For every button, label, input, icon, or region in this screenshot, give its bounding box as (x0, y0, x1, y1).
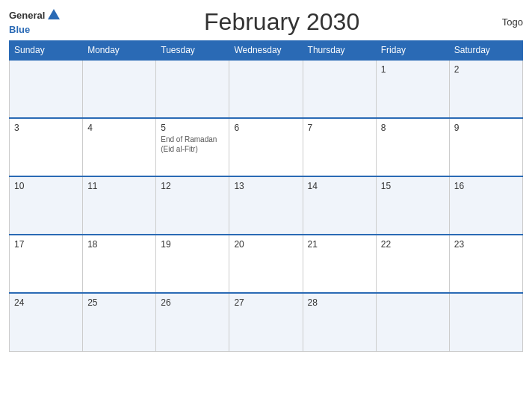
calendar-cell: 18 (83, 235, 156, 293)
calendar-header: Sunday Monday Tuesday Wednesday Thursday… (10, 41, 523, 61)
logo-blue-text: Blue (9, 24, 30, 35)
calendar-body: 12345End of Ramadan (Eid al-Fitr)6789101… (10, 60, 523, 351)
calendar-week-3: 10111213141516 (10, 176, 523, 235)
calendar-cell: 7 (303, 118, 376, 176)
calendar-cell: 6 (229, 118, 303, 176)
day-number: 23 (454, 239, 518, 250)
day-number: 25 (87, 297, 151, 308)
calendar-week-4: 17181920212223 (10, 235, 523, 293)
day-number: 28 (308, 297, 371, 308)
page-title: February 2030 (61, 8, 501, 36)
day-number: 10 (14, 181, 78, 191)
col-tuesday: Tuesday (156, 41, 229, 61)
col-thursday: Thursday (303, 41, 376, 61)
calendar-page: General Blue February 2030 Togo Sunday M… (0, 0, 532, 411)
day-number: 17 (14, 239, 78, 250)
calendar-cell: 3 (10, 118, 83, 176)
day-number: 3 (14, 123, 78, 133)
calendar-cell (303, 60, 376, 118)
svg-marker-0 (48, 9, 60, 19)
calendar-cell: 2 (449, 60, 522, 118)
day-number: 12 (161, 181, 224, 191)
col-monday: Monday (83, 41, 156, 61)
day-number: 7 (308, 123, 371, 133)
col-wednesday: Wednesday (229, 41, 303, 61)
calendar-cell (10, 60, 83, 118)
logo: General Blue (9, 7, 61, 36)
country-label: Togo (502, 16, 523, 28)
calendar-week-5: 2425262728 (10, 293, 523, 351)
calendar-cell: 19 (156, 235, 229, 293)
calendar-cell: 28 (303, 293, 376, 351)
day-number: 4 (87, 123, 151, 133)
calendar-cell (376, 293, 449, 351)
day-number: 16 (454, 181, 518, 191)
day-number: 6 (234, 123, 297, 133)
day-number: 15 (381, 181, 445, 191)
calendar-cell: 1 (376, 60, 449, 118)
col-friday: Friday (376, 41, 449, 61)
calendar-cell: 17 (10, 235, 83, 293)
page-header: General Blue February 2030 Togo (9, 7, 523, 36)
event-label: End of Ramadan (Eid al-Fitr) (161, 135, 224, 154)
day-number: 8 (381, 123, 445, 133)
calendar-week-2: 345End of Ramadan (Eid al-Fitr)6789 (10, 118, 523, 176)
day-number: 18 (87, 239, 151, 250)
calendar-cell: 8 (376, 118, 449, 176)
calendar-cell: 20 (229, 235, 303, 293)
calendar-cell: 12 (156, 176, 229, 235)
calendar-cell: 13 (229, 176, 303, 235)
col-sunday: Sunday (10, 41, 83, 61)
day-number: 9 (454, 123, 518, 133)
calendar-cell (156, 60, 229, 118)
day-number: 26 (161, 297, 224, 308)
day-number: 11 (87, 181, 151, 191)
calendar-cell: 16 (449, 176, 522, 235)
calendar-cell: 23 (449, 235, 522, 293)
day-number: 13 (234, 181, 297, 191)
calendar-cell: 10 (10, 176, 83, 235)
calendar-cell: 9 (449, 118, 522, 176)
calendar-cell: 24 (10, 293, 83, 351)
day-number: 2 (454, 64, 518, 75)
day-number: 5 (161, 123, 224, 133)
calendar-cell: 4 (83, 118, 156, 176)
day-number: 21 (308, 239, 371, 250)
day-number: 19 (161, 239, 224, 250)
calendar-cell (229, 60, 303, 118)
calendar-week-1: 12 (10, 60, 523, 118)
calendar-cell (83, 60, 156, 118)
calendar-cell: 11 (83, 176, 156, 235)
day-number: 24 (14, 297, 78, 308)
day-number: 20 (234, 239, 297, 250)
weekday-row: Sunday Monday Tuesday Wednesday Thursday… (10, 41, 523, 61)
calendar-cell: 5End of Ramadan (Eid al-Fitr) (156, 118, 229, 176)
calendar-cell (449, 293, 522, 351)
calendar-cell: 22 (376, 235, 449, 293)
calendar-cell: 15 (376, 176, 449, 235)
logo-icon (46, 7, 61, 22)
calendar-cell: 26 (156, 293, 229, 351)
calendar-cell: 27 (229, 293, 303, 351)
day-number: 14 (308, 181, 371, 191)
day-number: 27 (234, 297, 297, 308)
calendar-cell: 25 (83, 293, 156, 351)
day-number: 22 (381, 239, 445, 250)
calendar-cell: 21 (303, 235, 376, 293)
calendar-cell: 14 (303, 176, 376, 235)
calendar-table: Sunday Monday Tuesday Wednesday Thursday… (9, 40, 523, 352)
logo-general-text: General (9, 10, 45, 20)
col-saturday: Saturday (449, 41, 522, 61)
day-number: 1 (381, 64, 445, 75)
